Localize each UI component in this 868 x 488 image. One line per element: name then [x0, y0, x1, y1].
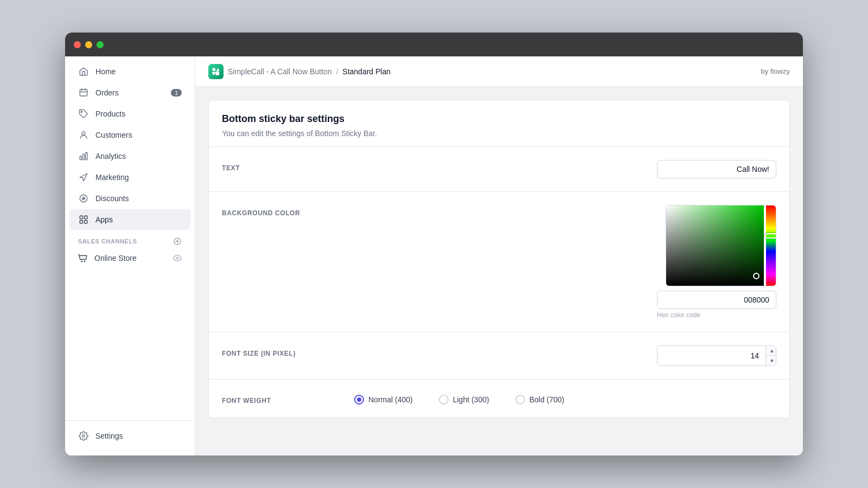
radio-bold[interactable]: Bold (700) — [515, 395, 565, 404]
products-icon — [78, 108, 89, 119]
sidebar-customers-label: Customers — [95, 131, 132, 139]
color-picker-panel[interactable] — [666, 205, 776, 286]
font-weight-row: FONT WEIGHT Normal (400) — [209, 380, 789, 418]
analytics-icon — [78, 151, 89, 162]
discounts-icon — [78, 193, 89, 204]
sales-channels-label: SALES CHANNELS — [78, 238, 137, 245]
svg-point-18 — [84, 261, 85, 262]
sidebar-item-marketing[interactable]: Marketing — [69, 167, 190, 188]
main-header: SimpleCall - A Call Now Button / Standar… — [195, 56, 803, 87]
app-window: Home Orders 1 — [65, 33, 803, 455]
spectrum-cursor — [765, 233, 776, 239]
sidebar-nav: Home Orders 1 — [65, 61, 195, 420]
sidebar-item-orders[interactable]: Orders 1 — [69, 82, 190, 103]
app-icon — [208, 64, 224, 79]
text-control — [354, 160, 776, 178]
header-by-label: by flowzy — [761, 67, 790, 75]
sidebar-home-label: Home — [95, 67, 116, 76]
font-size-row: FONT SIZE (IN PIXEL) ▲ ▼ — [209, 332, 789, 380]
eye-icon[interactable] — [173, 254, 182, 262]
sales-channels-section: SALES CHANNELS — [65, 230, 195, 248]
svg-rect-12 — [80, 221, 82, 223]
font-size-input[interactable] — [658, 346, 765, 365]
sidebar-item-settings[interactable]: Settings — [69, 426, 190, 446]
svg-point-1 — [81, 111, 82, 112]
breadcrumb-app-name[interactable]: SimpleCall - A Call Now Button — [228, 67, 331, 76]
text-setting-row: TEXT — [209, 147, 789, 192]
svg-rect-5 — [86, 152, 87, 160]
apps-icon — [78, 214, 89, 225]
minimize-button[interactable] — [85, 41, 92, 48]
settings-icon — [78, 431, 89, 441]
orders-icon — [78, 87, 89, 98]
svg-point-20 — [82, 435, 85, 438]
font-size-increment[interactable]: ▲ — [766, 346, 776, 356]
sidebar-analytics-label: Analytics — [95, 152, 126, 160]
content-area: Bottom sticky bar settings You can edit … — [195, 87, 803, 455]
breadcrumb-current-page: Standard Plan — [342, 67, 391, 76]
sidebar-item-apps[interactable]: Apps — [69, 209, 190, 230]
font-size-input-container: ▲ ▼ — [657, 345, 776, 366]
svg-point-17 — [81, 261, 82, 262]
svg-rect-11 — [85, 216, 87, 219]
text-input[interactable] — [657, 160, 776, 178]
settings-card: Bottom sticky bar settings You can edit … — [208, 100, 790, 418]
breadcrumb: SimpleCall - A Call Now Button / Standar… — [208, 64, 391, 79]
svg-rect-3 — [80, 156, 81, 160]
sidebar-settings-label: Settings — [95, 432, 123, 440]
sidebar-item-online-store[interactable]: Online Store — [69, 248, 190, 268]
svg-rect-4 — [83, 154, 85, 160]
sidebar-item-discounts[interactable]: Discounts — [69, 188, 190, 209]
radio-light[interactable]: Light (300) — [439, 395, 489, 404]
color-spectrum-bar[interactable] — [766, 206, 776, 286]
sidebar: Home Orders 1 — [65, 56, 195, 455]
card-title: Bottom sticky bar settings — [222, 113, 776, 125]
hex-color-input[interactable] — [657, 291, 776, 309]
sidebar-apps-label: Apps — [95, 215, 113, 224]
sidebar-marketing-label: Marketing — [95, 173, 129, 182]
radio-normal[interactable]: Normal (400) — [354, 395, 413, 404]
svg-rect-10 — [80, 216, 82, 219]
background-color-row: BACKGROUND COLOR — [209, 192, 789, 332]
font-size-spinners: ▲ ▼ — [765, 346, 776, 365]
home-icon — [78, 66, 89, 77]
sidebar-bottom: Settings — [65, 420, 195, 451]
svg-point-7 — [82, 197, 83, 198]
marketing-icon — [78, 172, 89, 183]
radio-normal-circle — [354, 395, 364, 404]
svg-point-2 — [82, 132, 85, 135]
fullscreen-button[interactable] — [97, 41, 104, 48]
customers-icon — [78, 130, 89, 140]
font-size-decrement[interactable]: ▼ — [766, 356, 776, 365]
hex-hint-label: Hex color code — [657, 311, 700, 319]
font-weight-label: FONT WEIGHT — [222, 393, 341, 404]
card-subtitle: You can edit the settings of Bottom Stic… — [222, 129, 776, 138]
traffic-lights — [74, 41, 104, 48]
sidebar-products-label: Products — [95, 110, 125, 118]
card-header: Bottom sticky bar settings You can edit … — [209, 100, 789, 147]
sidebar-item-customers[interactable]: Customers — [69, 125, 190, 145]
svg-point-8 — [85, 200, 86, 201]
sidebar-item-products[interactable]: Products — [69, 104, 190, 124]
sidebar-item-analytics[interactable]: Analytics — [69, 146, 190, 166]
radio-bold-circle — [515, 395, 525, 404]
add-sales-channel-button[interactable] — [173, 237, 182, 246]
font-size-control: ▲ ▼ — [354, 345, 776, 366]
background-color-control: Hex color code — [354, 205, 776, 319]
svg-rect-13 — [85, 221, 87, 223]
gradient-background — [666, 206, 764, 286]
color-gradient-area[interactable] — [666, 206, 764, 286]
font-weight-radio-group: Normal (400) Light (300) — [354, 393, 564, 404]
font-weight-control: Normal (400) Light (300) — [354, 393, 776, 404]
font-size-label: FONT SIZE (IN PIXEL) — [222, 345, 341, 357]
radio-light-circle — [439, 395, 449, 404]
background-color-label: BACKGROUND COLOR — [222, 205, 341, 217]
radio-light-label: Light (300) — [453, 395, 489, 404]
svg-rect-0 — [80, 89, 87, 96]
radio-normal-label: Normal (400) — [368, 395, 413, 404]
sidebar-item-home[interactable]: Home — [69, 61, 190, 82]
main-area: SimpleCall - A Call Now Button / Standar… — [195, 56, 803, 455]
online-store-icon — [78, 253, 88, 263]
breadcrumb-separator: / — [336, 67, 338, 76]
close-button[interactable] — [74, 41, 81, 48]
